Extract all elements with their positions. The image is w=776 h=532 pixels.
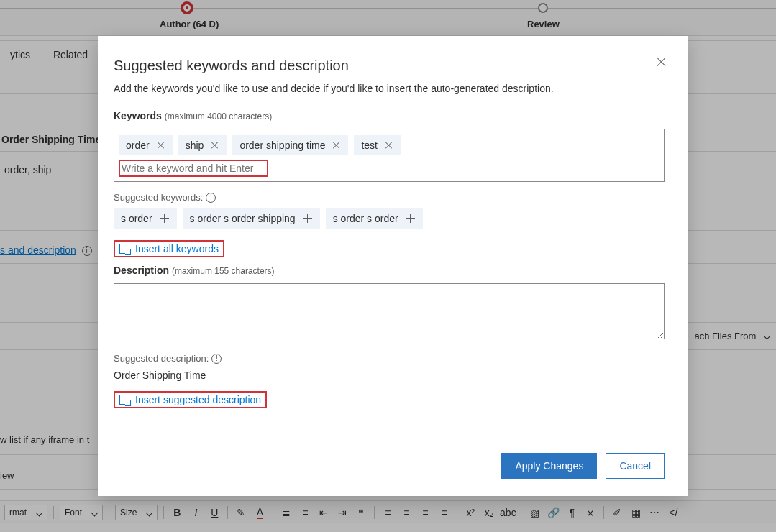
highlight-annotation: Insert suggested description bbox=[114, 391, 267, 408]
suggested-keyword-chip[interactable]: s order s order shipping bbox=[183, 208, 320, 229]
description-label-text: Description bbox=[114, 265, 169, 276]
info-icon[interactable]: ! bbox=[211, 354, 222, 364]
remove-icon[interactable] bbox=[332, 141, 341, 150]
dialog-footer: Apply Changes Cancel bbox=[501, 453, 665, 479]
suggested-description-value: Order Shipping Time bbox=[114, 370, 665, 381]
keyword-input[interactable] bbox=[122, 161, 265, 175]
highlight-annotation: Insert all keywords bbox=[114, 240, 224, 257]
chip-label: order bbox=[126, 139, 150, 151]
add-icon[interactable] bbox=[160, 214, 170, 224]
suggested-keyword-chip[interactable]: s order bbox=[114, 208, 177, 229]
add-icon[interactable] bbox=[303, 214, 313, 224]
apply-changes-button[interactable]: Apply Changes bbox=[501, 453, 597, 479]
description-label: Description (maximum 155 characters) bbox=[114, 265, 665, 276]
chip-label: s order s order bbox=[333, 213, 398, 224]
chip-label: test bbox=[361, 139, 378, 151]
apply-label: Apply Changes bbox=[515, 460, 583, 472]
description-textarea[interactable] bbox=[114, 283, 665, 339]
remove-icon[interactable] bbox=[211, 141, 219, 150]
insert-icon bbox=[119, 244, 129, 254]
insert-suggested-description-link[interactable]: Insert suggested description bbox=[119, 394, 261, 405]
description-hint: (maximum 155 characters) bbox=[172, 266, 275, 276]
highlight-annotation bbox=[119, 160, 268, 177]
chip-label: s order bbox=[121, 213, 152, 224]
suggested-keywords-text: Suggested keywords: bbox=[114, 192, 203, 203]
close-icon[interactable] bbox=[656, 56, 667, 68]
suggested-keyword-chip[interactable]: s order s order bbox=[326, 208, 423, 229]
chip-label: order shipping time bbox=[239, 139, 325, 151]
cancel-label: Cancel bbox=[619, 460, 651, 472]
suggested-keywords-dialog: Suggested keywords and description Add t… bbox=[98, 36, 688, 496]
suggested-keywords-label: Suggested keywords: ! bbox=[114, 192, 665, 203]
keywords-label: Keywords (maximum 4000 characters) bbox=[114, 110, 665, 121]
dialog-subtitle: Add the keywords you'd like to use and d… bbox=[114, 83, 665, 94]
add-icon[interactable] bbox=[406, 214, 416, 224]
suggested-keywords-row: s order s order s order shipping s order… bbox=[114, 208, 665, 229]
info-icon[interactable]: ! bbox=[206, 193, 216, 203]
insert-all-label: Insert all keywords bbox=[135, 243, 219, 254]
keyword-chip[interactable]: ship bbox=[178, 135, 227, 155]
cancel-button[interactable]: Cancel bbox=[606, 453, 665, 479]
keyword-chip[interactable]: order shipping time bbox=[232, 135, 348, 155]
remove-icon[interactable] bbox=[385, 141, 393, 150]
insert-all-keywords-link[interactable]: Insert all keywords bbox=[119, 243, 219, 254]
keyword-chip[interactable]: test bbox=[354, 135, 401, 155]
keywords-input-box[interactable]: order ship order shipping time test bbox=[114, 129, 665, 182]
keywords-hint: (maximum 4000 characters) bbox=[165, 111, 272, 121]
keyword-chip[interactable]: order bbox=[119, 135, 173, 155]
remove-icon[interactable] bbox=[157, 141, 165, 150]
insert-desc-label: Insert suggested description bbox=[135, 394, 261, 405]
suggested-description-text: Suggested description: bbox=[114, 353, 209, 364]
chip-label: ship bbox=[186, 139, 204, 151]
dialog-title: Suggested keywords and description bbox=[114, 58, 665, 74]
keywords-label-text: Keywords bbox=[114, 110, 162, 121]
insert-icon bbox=[119, 395, 129, 405]
suggested-description-label: Suggested description: ! bbox=[114, 353, 665, 364]
keyword-chip-row: order ship order shipping time test bbox=[119, 135, 659, 155]
chip-label: s order s order shipping bbox=[190, 213, 296, 224]
